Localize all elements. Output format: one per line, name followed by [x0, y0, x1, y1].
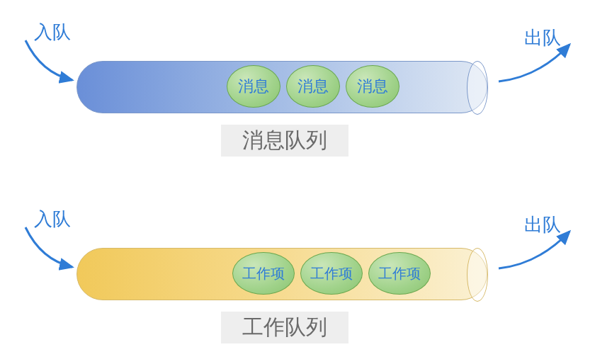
- message-queue-items: 消息 消息 消息: [227, 65, 400, 108]
- work-item: 工作项: [300, 252, 363, 295]
- work-queue-items: 工作项 工作项 工作项: [232, 252, 431, 295]
- work-queue-caption: 工作队列: [221, 312, 348, 343]
- message-queue-caption: 消息队列: [221, 125, 348, 157]
- enqueue-arrow-icon: [21, 36, 85, 100]
- dequeue-arrow-icon: [496, 36, 581, 100]
- dequeue-arrow-icon: [496, 223, 581, 287]
- message-item: 消息: [227, 65, 280, 108]
- message-item: 消息: [286, 65, 340, 108]
- work-item: 工作项: [368, 252, 431, 295]
- work-item: 工作项: [232, 252, 295, 295]
- enqueue-arrow-icon: [21, 223, 85, 287]
- message-item: 消息: [346, 65, 400, 108]
